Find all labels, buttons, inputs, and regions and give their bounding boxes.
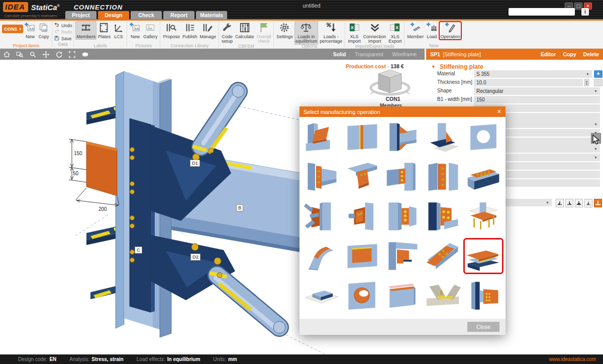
new-button[interactable]: New — [129, 21, 142, 40]
operation-opening-tube[interactable] — [344, 280, 380, 312]
info-button[interactable]: i — [581, 8, 589, 16]
b1-width-mm-field[interactable]: 150 — [474, 96, 600, 103]
chevron-down-icon[interactable]: ▼ — [594, 89, 597, 93]
search-input[interactable] — [509, 9, 579, 15]
shape-field[interactable]: Rectangular▼ — [474, 87, 600, 95]
thickness-stepper[interactable]: ▲▼ — [584, 79, 589, 86]
operation-cleat[interactable] — [344, 161, 380, 193]
add-material-button[interactable]: + — [594, 70, 602, 78]
operation-bend[interactable] — [304, 240, 340, 272]
calculate-button[interactable]: Calculate — [234, 21, 255, 40]
operation-connecting-plate[interactable] — [425, 161, 461, 193]
save-button[interactable]: Save — [54, 35, 72, 42]
tab-materials[interactable]: Materials — [196, 11, 227, 19]
navigation-cube[interactable] — [368, 67, 412, 98]
chevron-down-icon[interactable]: ▼ — [594, 147, 597, 151]
operation-cut[interactable] — [384, 240, 421, 272]
connection-import-button[interactable]: Connection Import — [362, 21, 387, 45]
label-b[interactable]: B — [236, 204, 243, 211]
chevron-down-icon[interactable]: ▼ — [594, 123, 597, 126]
rotate-icon[interactable] — [52, 49, 65, 59]
loads-in-equilibrium-button[interactable]: Loads in equilibrium — [294, 21, 319, 45]
gallery-button[interactable]: Gallery — [142, 21, 159, 40]
operation-connected-member[interactable] — [465, 280, 501, 312]
settings-button[interactable]: Settings — [275, 21, 294, 40]
view-mode-solid[interactable]: Solid — [333, 51, 346, 57]
website-link[interactable]: www.ideastatica.com — [549, 356, 596, 362]
operation-gusset-plate[interactable] — [304, 200, 340, 232]
zoom-icon[interactable] — [26, 49, 39, 59]
operation-button[interactable]: Operation — [439, 21, 462, 40]
members-button[interactable]: Members — [75, 21, 96, 40]
view-mode-transparent[interactable]: Transparent — [355, 51, 383, 57]
operation-base-plate[interactable] — [425, 121, 461, 153]
operation-truss-welds[interactable] — [425, 280, 461, 312]
home-icon[interactable] — [0, 49, 13, 59]
chevron-down-icon[interactable]: ▼ — [586, 72, 589, 76]
operation-widening[interactable] — [465, 240, 501, 272]
operation-gusset-diagonal[interactable] — [425, 240, 461, 272]
operation-pin[interactable] — [344, 200, 380, 232]
operation-reinforcing-plate[interactable] — [344, 240, 380, 272]
operation-stiffener[interactable] — [344, 121, 380, 153]
operation-end-plate-stiffeners[interactable] — [384, 121, 421, 153]
label-c[interactable]: C — [135, 247, 142, 254]
propose-button[interactable]: Propose — [162, 21, 181, 40]
operation-cover-plate[interactable] — [465, 161, 501, 193]
clip-icon[interactable] — [78, 49, 91, 59]
overall-check-button[interactable]: Overall check — [256, 21, 272, 45]
fillet-selected-icon[interactable] — [594, 199, 602, 207]
fillet-left-icon[interactable] — [556, 199, 564, 207]
new-button[interactable]: New — [24, 21, 37, 40]
operation-general-cut[interactable] — [384, 280, 421, 312]
view-mode-wireframe[interactable]: Wireframe — [392, 51, 417, 57]
zoom-window-icon[interactable] — [13, 49, 26, 59]
chevron-down-icon[interactable]: ▼ — [546, 201, 549, 204]
fillet-both-icon[interactable] — [575, 199, 583, 207]
pan-icon[interactable] — [39, 49, 52, 59]
fillet-icon[interactable] — [584, 199, 592, 207]
editor-button[interactable]: Editor — [541, 51, 556, 57]
lcs-button[interactable]: LCS — [112, 21, 125, 40]
tab-design[interactable]: Design — [98, 11, 129, 19]
fit-icon[interactable] — [65, 49, 78, 59]
operation-concrete-block[interactable] — [304, 280, 340, 312]
tree-item-members[interactable]: Members — [380, 103, 415, 106]
code-setup-button[interactable]: Code setup — [221, 21, 234, 45]
plates-button[interactable]: Plates — [97, 21, 112, 40]
tab-check[interactable]: Check — [131, 11, 162, 19]
publish-button[interactable]: Publish — [181, 21, 198, 40]
stiffening-plate-3d[interactable] — [86, 142, 117, 196]
close-dialog-button[interactable]: Close — [467, 322, 499, 332]
operation-fin-plate[interactable] — [384, 200, 421, 232]
tab-project[interactable]: Project — [65, 11, 96, 19]
undo-button[interactable]: Undo — [54, 22, 72, 29]
operation-stiffening-plate[interactable] — [304, 121, 340, 153]
fillet-right-icon[interactable] — [565, 199, 573, 207]
operation-end-plate[interactable] — [304, 161, 340, 193]
thickness-extra-button[interactable] — [594, 79, 602, 86]
copy-button[interactable]: Copy — [563, 51, 576, 57]
operation-splice-bolted[interactable] — [425, 200, 461, 232]
loads-percentage-button[interactable]: Loads - percentage — [319, 21, 343, 45]
delete-button[interactable]: Delete — [583, 51, 599, 57]
thickness-mm-field[interactable]: 10.0 — [474, 79, 583, 86]
manage-button[interactable]: Manage — [199, 21, 218, 40]
operation-opening[interactable] — [465, 121, 501, 153]
xls-export-button[interactable]: XXLS Export — [387, 21, 403, 45]
current-connection-button[interactable]: CON1▾ — [2, 25, 23, 33]
tab-report[interactable]: Report — [163, 11, 194, 19]
load-button[interactable]: Load — [425, 21, 438, 40]
member-button[interactable]: Member — [406, 21, 425, 40]
redo-button[interactable]: Redo — [54, 29, 72, 35]
chevron-down-icon[interactable]: ▼ — [594, 156, 597, 159]
label-d1[interactable]: D1 — [190, 160, 200, 167]
dialog-close-icon[interactable]: ✕ — [497, 108, 501, 115]
section-header[interactable]: ▼ Stiffening plate — [431, 63, 483, 70]
operation-anchoring-table[interactable] — [465, 200, 501, 232]
xls-import-button[interactable]: XXLS Import — [347, 21, 362, 45]
search-box[interactable] — [509, 8, 575, 16]
label-d2[interactable]: D2 — [190, 254, 200, 261]
material-field[interactable]: S 355▼ — [474, 70, 592, 78]
copy-button[interactable]: Copy — [37, 21, 50, 40]
